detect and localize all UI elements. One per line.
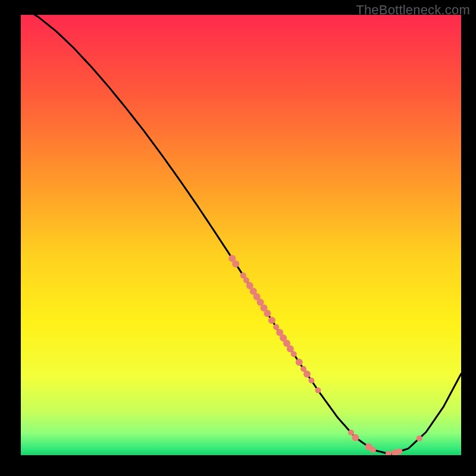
data-marker <box>243 277 249 283</box>
data-marker <box>303 371 311 378</box>
data-marker <box>287 345 294 352</box>
data-marker <box>308 378 314 384</box>
data-marker <box>416 436 422 441</box>
chart-frame <box>21 15 461 455</box>
watermark-text: TheBottleneck.com <box>356 2 470 18</box>
data-marker <box>352 434 359 441</box>
data-marker <box>264 310 271 317</box>
data-marker <box>232 260 239 267</box>
data-marker <box>291 351 297 357</box>
data-marker <box>315 387 321 393</box>
data-marker <box>268 317 275 324</box>
chart-background <box>21 15 461 455</box>
chart-svg <box>21 15 461 455</box>
data-marker <box>296 359 303 366</box>
data-marker <box>348 430 354 436</box>
data-marker <box>370 447 376 453</box>
data-marker <box>273 324 279 330</box>
data-marker <box>396 449 402 455</box>
